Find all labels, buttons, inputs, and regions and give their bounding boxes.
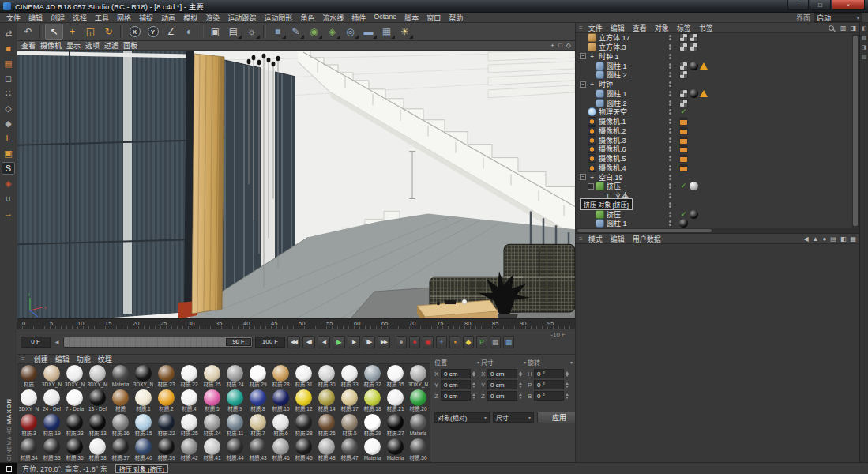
object-manager-menu-标签[interactable]: 标签 [673,23,695,33]
viewport-menu-选项[interactable]: 选项 [85,40,104,51]
material-item[interactable]: 材质.41 [201,438,224,462]
attribute-manager-tool-icon-0[interactable]: ◀ [803,235,808,243]
spinner-icon[interactable] [517,380,523,389]
coord-header-旋转[interactable]: 旋转▾ [528,358,573,367]
material-tab-功能[interactable]: 功能 [77,354,91,364]
material-item[interactable]: 材质.43 [246,438,269,462]
menu-编辑[interactable]: 编辑 [24,13,47,23]
material-item[interactable]: 材质 [109,389,132,413]
object-row[interactable]: 物理天空✓ [576,107,859,117]
material-item[interactable]: 材质 30 [315,364,338,389]
object-manager-menu-查看[interactable]: 查看 [629,23,651,33]
panel-menu-icon[interactable]: ≡ [579,24,583,32]
menu-选择[interactable]: 选择 [69,13,91,23]
checker-tag-icon[interactable] [679,70,688,79]
material-item[interactable]: 材质 [17,364,40,389]
select-tool-button[interactable]: ↖ [45,24,63,40]
render-picture-viewer-button[interactable]: ▤ [224,24,242,40]
attribute-manager-tool-icon-4[interactable]: ◧ [840,235,847,243]
edges-mode-button[interactable]: ◇ [2,102,15,115]
viewport-menu-显示[interactable]: 显示 [66,40,85,51]
add-subdivision-button[interactable]: ◉ [305,24,323,40]
material-item[interactable]: 材质 35 [384,364,407,389]
material-item[interactable]: 材质.46 [269,438,292,462]
spinner-icon[interactable] [471,369,476,378]
menu-动画[interactable]: 动画 [157,13,179,23]
material-item[interactable]: 材质.12 [292,389,315,413]
add-light-button[interactable]: ☀ [396,24,414,40]
spinner-icon[interactable] [517,391,523,401]
lock-x-button[interactable]: X [126,24,144,40]
minimize-button[interactable]: – [787,0,809,10]
material-item[interactable]: 材质.40 [132,438,155,462]
material-item[interactable]: Materia [384,438,407,462]
prev-key-button[interactable]: ◀▮ [302,336,315,348]
material-item[interactable]: 材质.13 [86,413,109,438]
material-item[interactable]: 材质.23 [63,413,86,438]
material-item[interactable]: 材质.11 [224,413,246,438]
object-manager-menu-文件[interactable]: 文件 [584,23,607,33]
material-item[interactable]: 材质.20 [407,389,430,413]
material-item[interactable]: 材质 29 [246,364,269,389]
visibility-dots[interactable] [669,156,671,161]
menu-插件[interactable]: 插件 [348,13,370,23]
viewport-menu-查看[interactable]: 查看 [21,40,40,51]
undo-button[interactable]: ↶ [19,24,37,40]
paint-mode-button[interactable]: ◈ [2,177,15,190]
move-tool-button[interactable]: + [63,24,81,40]
spinner-icon[interactable] [564,380,569,389]
visibility-dots[interactable] [669,183,671,189]
close-button[interactable]: × [832,0,865,10]
object-row[interactable]: 圆柱.2 [576,98,859,107]
visibility-dots[interactable] [669,137,671,143]
material-item[interactable]: 材质 28 [269,364,292,389]
material-item[interactable]: 材质.17 [338,389,361,413]
material-item[interactable]: 材质.22 [155,413,178,438]
material-item[interactable]: 3DXY_N [132,364,155,389]
layout-preset-select[interactable]: 启动 ▾ [814,13,862,22]
menu-捕捉[interactable]: 捕捉 [135,13,157,23]
key-scale-button[interactable]: ▪ [449,336,460,348]
play-button[interactable]: ▶ [333,336,345,348]
attribute-manager-tool-icon-3[interactable]: ▤ [830,235,836,243]
texture-mode-button[interactable]: ▦ [2,57,15,70]
material-item[interactable]: 3DXY_N [17,389,40,413]
size-y-field[interactable]: 0 cm [487,380,517,389]
material-item[interactable]: 材质.37 [109,438,132,462]
viewport-menu-过滤[interactable]: 过滤 [104,40,123,51]
next-key-button[interactable]: ▮▶ [363,336,375,348]
material-item[interactable]: 材质 33 [338,364,361,389]
film-tag-icon[interactable] [679,136,688,145]
timeline-ruler[interactable]: 05101520253035404550556065707580859095 [17,319,575,329]
object-row[interactable]: −+空白.19 [576,172,859,182]
checker-tag-icon[interactable] [679,99,688,107]
material-item[interactable]: 材质.21 [384,389,407,413]
menu-创建[interactable]: 创建 [47,13,69,23]
film-tag-icon[interactable] [679,154,688,163]
visibility-dots[interactable] [669,220,671,226]
viewport-menu-摄像机[interactable]: 摄像机 [40,40,66,51]
playhead[interactable]: 90 F [226,338,251,346]
menu-运动跟踪[interactable]: 运动跟踪 [224,13,260,23]
sphere-black-tag-icon[interactable] [690,89,698,98]
add-spline-button[interactable]: ✎ [287,24,305,40]
rotation-p-field[interactable]: 0 ° [534,380,564,389]
size-z-field[interactable]: 0 cm [487,391,517,401]
material-item[interactable]: 材质.25 [178,413,201,438]
material-item[interactable]: 材质.6 [269,413,292,438]
vscroll-handle[interactable] [853,36,858,226]
menu-帮助[interactable]: 帮助 [445,13,467,23]
spinner-icon[interactable] [564,391,569,401]
material-item[interactable]: Materia [109,364,132,389]
material-item[interactable]: 材质.33 [40,438,63,462]
menu-网格[interactable]: 网格 [113,13,135,23]
material-item[interactable]: 材质.9 [224,389,246,413]
checker-tag-icon[interactable] [679,33,688,42]
material-item[interactable]: 3DXY_N [63,364,86,389]
visibility-dots[interactable] [669,202,671,208]
viewport-corner-icon-0[interactable]: + [550,42,554,49]
arrow-mode-button[interactable]: → [2,207,15,220]
material-item[interactable]: 材质.45 [292,438,315,462]
material-item[interactable]: 材质 24 [224,364,246,389]
visibility-dots[interactable] [669,175,671,180]
